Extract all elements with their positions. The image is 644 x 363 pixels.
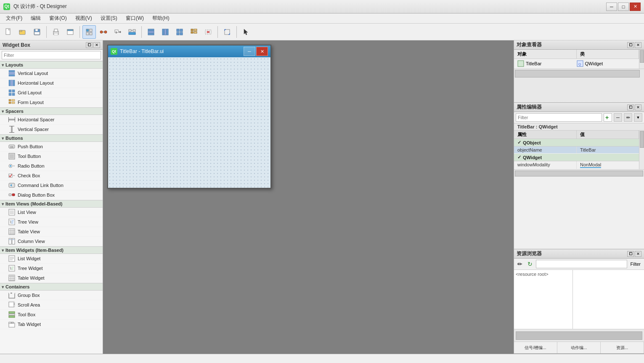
object-inspector-float-button[interactable]: ⧠ bbox=[627, 42, 634, 48]
item-scroll-area[interactable]: Scroll Area bbox=[0, 300, 103, 310]
form-close-button[interactable]: ✕ bbox=[256, 47, 268, 56]
item-push-button[interactable]: OK Push Button bbox=[0, 142, 103, 152]
item-vertical-spacer[interactable]: Vertical Spacer bbox=[0, 125, 103, 134]
prop-val-windowmodality[interactable]: NonModal bbox=[577, 161, 639, 169]
layout-h-button[interactable] bbox=[159, 25, 172, 39]
item-table-view[interactable]: Table View bbox=[0, 227, 103, 237]
save-button[interactable] bbox=[30, 25, 44, 39]
item-vertical-layout[interactable]: Vertical Layout bbox=[0, 69, 103, 78]
horizontal-spacer-icon bbox=[8, 116, 15, 123]
edit-connections-button[interactable] bbox=[97, 25, 110, 39]
prop-section-qwidget[interactable]: ✓ QWidget bbox=[514, 154, 639, 161]
tab-order-button[interactable]: 1 bbox=[111, 25, 125, 39]
property-filter-input[interactable] bbox=[516, 113, 602, 122]
item-tree-widget[interactable]: Tree Widget bbox=[0, 264, 103, 273]
buddy-button[interactable] bbox=[125, 25, 139, 39]
item-tool-button[interactable]: Tool Button bbox=[0, 152, 103, 161]
resource-tab-resources[interactable]: 资源... bbox=[601, 342, 644, 353]
svg-rect-48 bbox=[13, 80, 15, 86]
property-minus-button[interactable]: ─ bbox=[614, 113, 622, 122]
item-grid-layout[interactable]: Grid Layout bbox=[0, 88, 103, 98]
category-containers[interactable]: ▾ Containers bbox=[0, 283, 103, 291]
prop-row-objectname[interactable]: objectName TitleBar bbox=[514, 147, 639, 154]
menu-edit[interactable]: 编辑 bbox=[27, 14, 45, 23]
item-list-widget[interactable]: List Widget bbox=[0, 254, 103, 264]
preview-button[interactable] bbox=[64, 25, 77, 39]
menu-help[interactable]: 帮助(H) bbox=[148, 14, 174, 23]
item-column-view[interactable]: Column View bbox=[0, 237, 103, 246]
layout-form-button[interactable] bbox=[187, 25, 201, 39]
item-check-box[interactable]: Check Box bbox=[0, 171, 103, 181]
adjust-size-button[interactable] bbox=[220, 25, 234, 39]
prop-row-windowmodality[interactable]: windowModality NonModal bbox=[514, 161, 639, 169]
svg-rect-22 bbox=[133, 29, 135, 32]
maximize-button[interactable]: □ bbox=[618, 3, 629, 11]
menu-settings[interactable]: 设置(S) bbox=[96, 14, 122, 23]
category-item-widgets[interactable]: ▾ Item Widgets (Item-Based) bbox=[0, 246, 103, 254]
item-radio-button[interactable]: Radio Button bbox=[0, 161, 103, 171]
object-inspector-close-button[interactable]: ✕ bbox=[635, 42, 641, 48]
widget-mode-button[interactable] bbox=[82, 25, 96, 39]
category-item-views[interactable]: ▾ Item Views (Model-Based) bbox=[0, 200, 103, 208]
menu-window[interactable]: 窗口(W) bbox=[122, 14, 148, 23]
widget-filter-input[interactable] bbox=[2, 51, 101, 59]
item-tool-box[interactable]: Tool Box bbox=[0, 310, 103, 320]
menu-file[interactable]: 文件(F) bbox=[2, 14, 27, 23]
property-arrow-button[interactable]: ▼ bbox=[634, 113, 642, 122]
item-form-layout[interactable]: Form Layout bbox=[0, 98, 103, 107]
toolbar-sep-1 bbox=[46, 26, 47, 38]
widget-box-float-button[interactable]: ⧠ bbox=[86, 42, 93, 48]
resource-tab-actions[interactable]: 动作编... bbox=[557, 342, 601, 353]
menu-form[interactable]: 窗体(O) bbox=[45, 14, 71, 23]
item-group-box[interactable]: T Group Box bbox=[0, 291, 103, 300]
layout-v-button[interactable] bbox=[144, 25, 158, 39]
pointer-button[interactable] bbox=[239, 25, 253, 39]
obj-row-titlebar[interactable]: TitleBar Q QWidget bbox=[514, 59, 639, 69]
open-button[interactable] bbox=[16, 25, 29, 39]
resource-tab-signals[interactable]: 信号/槽编... bbox=[514, 342, 557, 353]
close-button[interactable]: ✕ bbox=[630, 3, 641, 11]
object-inspector-content: 对象 类 TitleBar Q QWidget bbox=[514, 50, 639, 69]
prop-col-val: 值 bbox=[577, 131, 639, 139]
layout-grid-button[interactable] bbox=[173, 25, 186, 39]
property-scroll-thumb[interactable] bbox=[640, 131, 644, 148]
object-inspector-scrollbar[interactable] bbox=[639, 50, 644, 69]
item-horizontal-layout[interactable]: Horizontal Layout bbox=[0, 78, 103, 88]
item-list-view[interactable]: List View bbox=[0, 208, 103, 217]
resource-browser-close-button[interactable]: ✕ bbox=[635, 251, 641, 257]
tree-widget-icon bbox=[8, 265, 15, 272]
property-filter-row: + ─ ✏ ▼ bbox=[514, 112, 644, 123]
property-add-button[interactable]: + bbox=[604, 113, 612, 122]
resource-filter-input[interactable] bbox=[536, 260, 627, 268]
menu-view[interactable]: 视图(V) bbox=[71, 14, 96, 23]
item-tree-view[interactable]: Tree View bbox=[0, 217, 103, 227]
widget-box-close-button[interactable]: ✕ bbox=[93, 42, 100, 48]
property-edit-button[interactable]: ✏ bbox=[624, 113, 632, 122]
form-title: TitleBar - TitleBar.ui bbox=[120, 48, 241, 54]
property-editor-close-button[interactable]: ✕ bbox=[635, 104, 641, 110]
item-dialog-button-box[interactable]: Dialog Button Box bbox=[0, 190, 103, 200]
resource-browser-float-button[interactable]: ⧠ bbox=[627, 251, 634, 257]
break-layout-button[interactable] bbox=[201, 25, 215, 39]
grid-layout-label: Grid Layout bbox=[18, 90, 42, 95]
prop-val-objectname[interactable]: TitleBar bbox=[577, 147, 639, 153]
form-canvas[interactable] bbox=[108, 57, 270, 188]
item-command-link-button[interactable]: Command Link Button bbox=[0, 181, 103, 190]
item-horizontal-spacer[interactable]: Horizontal Spacer bbox=[0, 115, 103, 125]
resource-refresh-icon-button[interactable]: ↻ bbox=[526, 260, 534, 268]
statusbar bbox=[0, 354, 644, 363]
prop-section-qobject[interactable]: ✓ QObject bbox=[514, 139, 639, 147]
new-button[interactable] bbox=[2, 25, 15, 39]
form-minimize-button[interactable]: ─ bbox=[244, 47, 255, 56]
minimize-button[interactable]: ─ bbox=[606, 3, 617, 11]
resource-edit-icon-button[interactable]: ✏ bbox=[516, 260, 524, 268]
property-scrollbar[interactable] bbox=[639, 131, 644, 169]
category-layouts[interactable]: ▾ Layouts bbox=[0, 61, 103, 69]
print-button[interactable] bbox=[49, 25, 63, 39]
category-spacers[interactable]: ▾ Spacers bbox=[0, 107, 103, 115]
property-editor-float-button[interactable]: ⧠ bbox=[627, 104, 634, 110]
object-inspector-scroll-thumb[interactable] bbox=[640, 50, 644, 63]
category-buttons[interactable]: ▾ Buttons bbox=[0, 134, 103, 142]
item-tab-widget[interactable]: Tab Widget bbox=[0, 320, 103, 329]
item-table-widget[interactable]: Table Widget bbox=[0, 273, 103, 283]
